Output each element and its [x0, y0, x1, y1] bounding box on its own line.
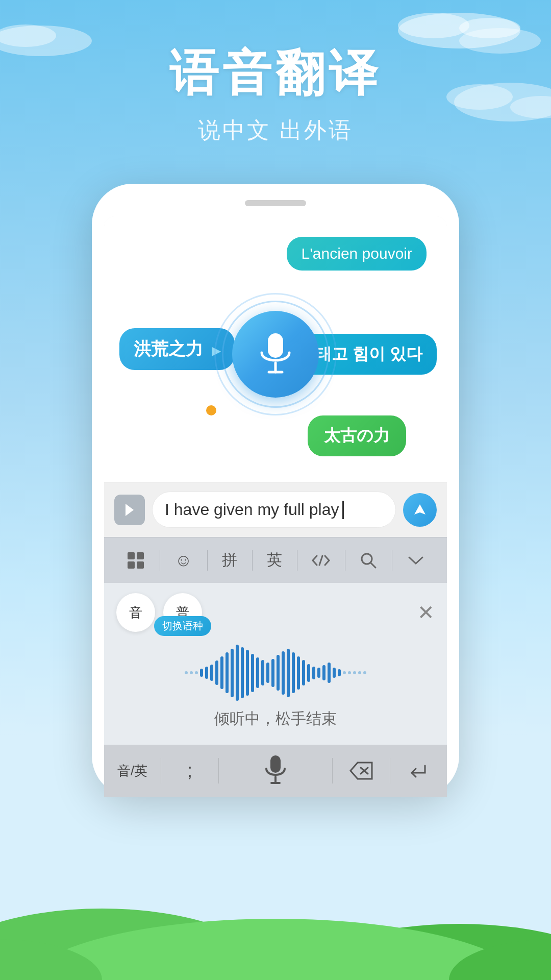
bottom-keyboard-bar: 音/英 ;	[104, 745, 447, 797]
svg-rect-19	[128, 552, 135, 559]
emoji-btn[interactable]: ☺	[168, 546, 198, 574]
english-btn[interactable]: 英	[261, 546, 288, 575]
bottom-mic-btn[interactable]	[219, 754, 333, 787]
audio-english-toggle-btn[interactable]: 音/英	[104, 755, 161, 787]
text-input-field[interactable]: I have given my full play	[152, 492, 396, 528]
wave-element	[348, 671, 351, 674]
wave-element	[261, 660, 264, 685]
app-title: 语音翻译	[0, 41, 551, 107]
wave-element	[307, 664, 310, 682]
wave-element	[363, 671, 366, 674]
wave-element	[256, 657, 259, 688]
wave-element	[271, 659, 274, 687]
bubble-french: L'ancien pouvoir	[287, 237, 427, 271]
wave-element	[338, 669, 341, 676]
phone-notch	[245, 200, 306, 206]
bubble-japanese: 太古の力	[308, 415, 406, 456]
backspace-btn[interactable]	[333, 753, 389, 788]
header-section: 语音翻译 说中文 出外语	[0, 41, 551, 145]
wave-element	[328, 663, 331, 683]
wave-element	[297, 656, 300, 690]
wave-element	[277, 655, 280, 691]
wave-element	[205, 667, 208, 679]
voice-kb-top-row: 音 普 切换语种 ✕	[116, 593, 435, 632]
wave-element	[266, 663, 269, 683]
microphone-icon	[258, 331, 293, 377]
wave-element	[226, 652, 229, 693]
wave-element	[353, 671, 356, 674]
toolbar-divider-5	[345, 550, 345, 571]
voice-lang-standard-btn[interactable]: 普 切换语种	[163, 593, 202, 632]
chat-area: L'ancien pouvoir 洪荒之力 태고 힘이 있다 太古の力	[104, 216, 447, 482]
toolbar-divider-2	[207, 550, 208, 571]
wave-element	[236, 645, 239, 701]
wave-element	[220, 656, 223, 689]
toolbar-divider-6	[392, 550, 392, 571]
text-cursor	[342, 501, 344, 519]
grid-icon	[127, 551, 145, 570]
keyboard-grid-btn[interactable]	[120, 547, 151, 574]
wave-element	[190, 671, 193, 674]
chevron-down-icon	[407, 554, 424, 567]
search-btn[interactable]	[354, 548, 383, 573]
wave-element	[200, 669, 203, 677]
wave-element	[317, 668, 320, 678]
wave-element	[195, 671, 198, 674]
collapse-btn[interactable]	[401, 550, 431, 571]
wave-element	[292, 652, 295, 693]
code-icon	[312, 554, 330, 567]
toolbar-divider-4	[297, 550, 297, 571]
wave-element	[251, 654, 254, 692]
wave-element	[333, 668, 336, 678]
svg-marker-17	[126, 504, 134, 516]
svg-line-23	[319, 556, 322, 565]
return-icon	[406, 761, 431, 781]
input-bar: I have given my full play	[104, 482, 447, 537]
wave-element	[185, 671, 188, 674]
listening-status-text: 倾听中，松手结束	[116, 708, 435, 729]
toolbar-divider-1	[160, 550, 160, 571]
svg-rect-22	[137, 561, 144, 569]
waveform-display	[116, 642, 435, 703]
code-btn[interactable]	[306, 550, 336, 571]
wave-element	[246, 650, 249, 696]
svg-rect-21	[128, 561, 135, 569]
phone-screen: L'ancien pouvoir 洪荒之力 태고 힘이 있다 太古の力	[104, 216, 447, 797]
punctuation-btn[interactable]: ;	[161, 753, 218, 789]
chevron-right-icon	[121, 502, 138, 518]
switch-language-btn[interactable]: 切换语种	[154, 616, 211, 636]
mic-button-wrap[interactable]	[224, 303, 327, 405]
orange-dot-decoration	[206, 405, 216, 415]
backspace-icon	[348, 761, 374, 781]
toolbar-divider-3	[252, 550, 253, 571]
wave-element	[241, 647, 244, 698]
app-subtitle: 说中文 出外语	[0, 115, 551, 145]
bottom-microphone-icon	[263, 754, 288, 787]
wave-element	[282, 651, 285, 695]
green-hills	[0, 776, 551, 980]
svg-rect-14	[268, 333, 283, 358]
svg-rect-20	[137, 552, 144, 559]
wave-element	[215, 660, 218, 685]
send-button[interactable]	[403, 493, 437, 527]
wave-element	[358, 671, 361, 674]
svg-marker-18	[414, 504, 425, 514]
phone-outer: L'ancien pouvoir 洪荒之力 태고 힘이 있다 太古の力	[92, 184, 459, 797]
close-voice-panel-btn[interactable]: ✕	[417, 601, 435, 624]
return-btn[interactable]	[390, 753, 447, 788]
wave-element	[312, 667, 315, 679]
voice-keyboard-panel: 音 普 切换语种 ✕	[104, 583, 447, 745]
pinyin-btn[interactable]: 拼	[216, 546, 243, 575]
voice-lang-audio-btn[interactable]: 音	[116, 593, 155, 632]
svg-line-25	[371, 563, 375, 568]
send-icon	[411, 501, 429, 519]
phone-mockup: L'ancien pouvoir 洪荒之力 태고 힘이 있다 太古の力	[92, 184, 459, 797]
wave-element	[210, 665, 213, 681]
expand-button[interactable]	[114, 495, 145, 525]
search-icon	[360, 552, 377, 569]
svg-rect-26	[270, 755, 281, 773]
mic-button[interactable]	[232, 311, 319, 398]
keyboard-toolbar: ☺ 拼 英	[104, 537, 447, 583]
input-text: I have given my full play	[165, 500, 339, 519]
wave-element	[287, 649, 290, 697]
